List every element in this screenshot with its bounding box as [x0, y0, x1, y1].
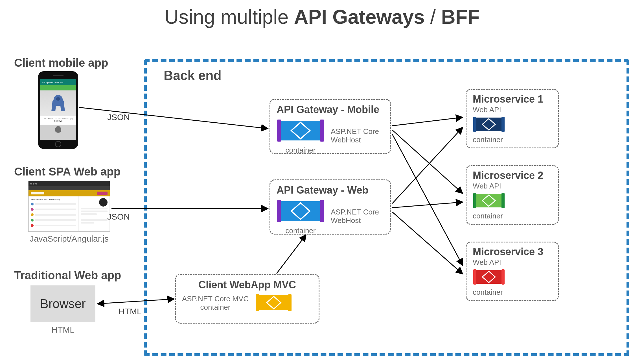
ms1-container: container	[473, 136, 552, 144]
gw-web-container: container	[286, 227, 316, 235]
svg-rect-23	[476, 118, 502, 131]
heading-client-traditional: Traditional Web app	[14, 269, 121, 282]
gw-mobile-sub1: ASP.NET Core	[331, 127, 379, 136]
svg-rect-28	[473, 193, 476, 208]
mvc-title: Client WebApp MVC	[182, 279, 312, 291]
box-client-webapp-mvc: Client WebApp MVC ASP.NET Core MVC conta…	[175, 274, 319, 324]
svg-rect-25	[501, 117, 505, 132]
hoodie-icon	[50, 93, 67, 113]
edge-label-json-mobile: JSON	[107, 112, 130, 122]
svg-rect-19	[259, 295, 289, 310]
svg-rect-29	[501, 193, 505, 208]
ms3-title: Microservice 3	[473, 246, 552, 258]
ms2-container: container	[473, 212, 552, 220]
page-title: Using multiple API Gateways / BFF	[165, 6, 480, 28]
container-icon	[473, 268, 505, 287]
gw-web-sub1: ASP.NET Core	[331, 208, 379, 216]
ms3-sub: Web API	[473, 258, 552, 267]
svg-rect-32	[473, 269, 476, 285]
spa-browser-mock: News From the Community	[28, 181, 110, 232]
title-bold-2: BFF	[441, 6, 479, 28]
phone-mock: eShop on Containers .NET BOT BLUE SWEATS…	[38, 71, 78, 149]
container-icon	[277, 198, 325, 226]
spa-headline: News From the Community	[31, 198, 76, 201]
ms2-sub: Web API	[473, 182, 552, 190]
browser-box: Browser	[30, 285, 95, 322]
backend-label: Back end	[164, 68, 222, 83]
gw-mobile-title: API Gateway - Mobile	[277, 104, 383, 116]
svg-rect-24	[473, 117, 476, 132]
ms1-sub: Web API	[473, 106, 552, 114]
gw-web-title: API Gateway - Web	[277, 184, 383, 196]
box-microservice-2: Microservice 2 Web API container	[466, 165, 559, 225]
svg-rect-21	[288, 294, 292, 311]
svg-rect-12	[277, 120, 281, 142]
mvc-sub2: container	[200, 303, 231, 312]
svg-rect-17	[320, 200, 324, 222]
box-api-gateway-web: API Gateway - Web container ASP.NET Core…	[270, 179, 391, 235]
gw-mobile-container: container	[286, 146, 316, 155]
ms1-title: Microservice 1	[473, 93, 552, 105]
spa-caption: JavaScript/Angular.js	[28, 234, 110, 244]
svg-point-10	[56, 97, 60, 101]
title-prefix: Using multiple	[165, 6, 294, 28]
box-microservice-3: Microservice 3 Web API container	[466, 242, 559, 301]
svg-rect-20	[256, 294, 259, 311]
container-icon	[277, 117, 325, 146]
gw-mobile-sub2: WebHost	[331, 136, 379, 144]
container-icon	[473, 115, 505, 135]
heading-client-mobile: Client mobile app	[14, 57, 108, 69]
traditional-caption: HTML	[30, 325, 95, 335]
svg-rect-16	[277, 200, 281, 222]
svg-rect-15	[281, 201, 321, 221]
phone-prod-price: $19.50	[54, 120, 63, 123]
edge-label-json-spa: JSON	[107, 212, 130, 222]
svg-rect-13	[320, 120, 324, 142]
browser-label: Browser	[40, 297, 86, 311]
svg-rect-33	[501, 269, 505, 285]
title-sep: /	[425, 6, 441, 28]
title-bold-1: API Gateways	[294, 6, 425, 28]
mvc-sub1: ASP.NET Core MVC	[182, 295, 249, 303]
box-microservice-1: Microservice 1 Web API container	[466, 89, 559, 148]
container-icon	[473, 192, 505, 211]
svg-rect-27	[476, 194, 502, 207]
container-icon	[255, 292, 292, 314]
svg-rect-31	[476, 270, 502, 284]
box-api-gateway-mobile: API Gateway - Mobile container ASP.NET C…	[270, 99, 391, 154]
ms2-title: Microservice 2	[473, 170, 552, 181]
ms3-container: container	[473, 288, 552, 297]
heading-client-spa: Client SPA Web app	[14, 165, 121, 178]
gw-web-sub2: WebHost	[331, 216, 379, 225]
phone-topbar: eShop on Containers	[40, 79, 76, 85]
svg-rect-11	[281, 121, 321, 140]
edge-label-html: HTML	[119, 307, 142, 316]
